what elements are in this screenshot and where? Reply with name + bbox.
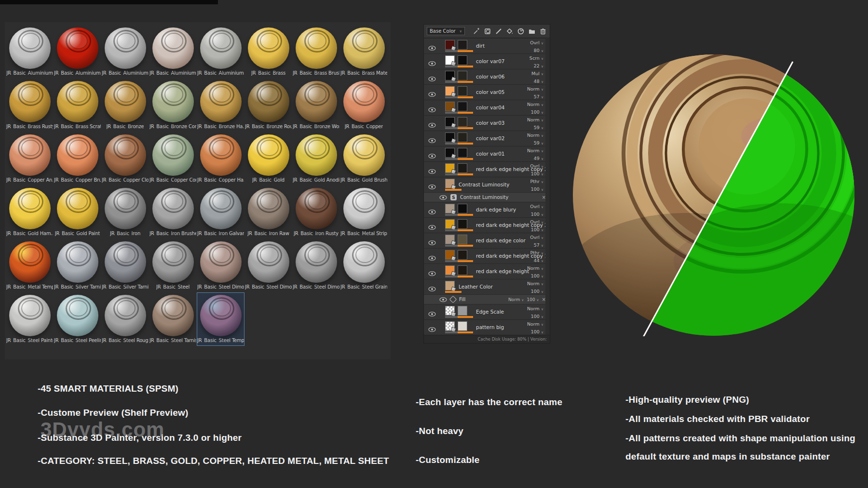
blend-mode-dropdown[interactable]: Ovrl∨ xyxy=(530,219,543,226)
visibility-eye-icon[interactable] xyxy=(428,325,436,334)
blend-mode-dropdown[interactable]: Ovrl∨ xyxy=(530,40,543,47)
blend-mode-dropdown[interactable]: Norm∨ xyxy=(527,86,543,93)
layer-effect-row[interactable]: FillNorm ∨100 ∨× xyxy=(424,294,550,304)
material-item[interactable]: JR_Basic_Copper Ha... xyxy=(197,132,244,185)
material-item[interactable]: JR_Basic_Bronze xyxy=(101,79,149,132)
layer-mask-thumbnail[interactable] xyxy=(458,117,467,127)
effect-blend-mode[interactable]: Norm ∨ xyxy=(508,297,524,302)
layer-content-thumbnail[interactable] xyxy=(445,179,455,188)
layer-mask-thumbnail[interactable] xyxy=(458,250,467,260)
visibility-eye-icon[interactable] xyxy=(428,238,436,247)
material-item[interactable]: JR_Basic_Aluminium ... xyxy=(101,25,149,79)
layer-content-thumbnail[interactable] xyxy=(445,71,455,80)
material-item[interactable]: JR_Basic_Aluminium ... xyxy=(197,25,244,79)
material-item[interactable]: JR_Basic_Iron Brushed xyxy=(149,185,197,239)
material-item[interactable]: JR_Basic_Brass Mate xyxy=(340,25,388,79)
layer-row[interactable]: color var04Norm∨100∨ xyxy=(424,100,550,115)
visibility-eye-icon[interactable] xyxy=(428,182,436,191)
material-item[interactable]: JR_Basic_Metal Temp... xyxy=(6,239,54,292)
layer-content-thumbnail[interactable] xyxy=(445,204,455,213)
visibility-eye-icon[interactable] xyxy=(439,193,447,202)
trash-icon[interactable] xyxy=(539,27,547,35)
blend-mode-dropdown[interactable]: Norm∨ xyxy=(527,265,543,273)
layer-row[interactable]: red dark edge heightNorm∨100∨ xyxy=(424,264,550,279)
layer-mask-thumbnail[interactable] xyxy=(458,163,467,173)
material-item[interactable]: JR_Basic_Aluminium xyxy=(6,25,54,79)
layer-row[interactable]: Leather ColorNorm∨100∨ xyxy=(424,279,550,294)
visibility-eye-icon[interactable] xyxy=(428,59,436,68)
material-item[interactable]: JR_Basic_Iron Galvani... xyxy=(197,185,244,239)
material-item[interactable]: JR_Basic_Steel Dimo... xyxy=(292,239,340,292)
material-item[interactable]: JR_Basic_Iron Rusty xyxy=(292,185,340,239)
material-item[interactable]: JR_Basic_Steel Tarnish xyxy=(149,292,197,346)
material-item[interactable]: JR_Basic_Steel Peelin... xyxy=(54,292,101,346)
material-item[interactable]: JR_Basic_Copper xyxy=(340,79,388,132)
visibility-eye-icon[interactable] xyxy=(428,309,436,318)
material-item[interactable]: JR_Basic_Aluminium ... xyxy=(149,25,197,79)
blend-mode-dropdown[interactable]: Pthr∨ xyxy=(530,178,543,186)
material-item[interactable]: JR_Basic_Silver Tarnis... xyxy=(101,239,149,292)
material-item[interactable]: JR_Basic_Silver Tarnis... xyxy=(54,239,101,292)
material-item[interactable]: JR_Basic_Steel Dimond xyxy=(197,239,244,292)
layer-content-thumbnail[interactable] xyxy=(445,306,455,316)
magic-wand-icon[interactable] xyxy=(472,27,480,35)
visibility-eye-icon[interactable] xyxy=(439,295,447,304)
layer-row[interactable]: color var02Norm∨59∨ xyxy=(424,131,550,146)
smudge-icon[interactable] xyxy=(516,27,525,35)
layer-content-thumbnail[interactable] xyxy=(445,40,455,50)
layer-row[interactable]: Contrast LuminosityPthr∨100∨ xyxy=(424,177,550,192)
visibility-eye-icon[interactable] xyxy=(428,223,436,232)
visibility-eye-icon[interactable] xyxy=(428,120,436,130)
material-item[interactable]: JR_Basic_Steel Dimo... xyxy=(244,239,292,292)
blend-mode-dropdown[interactable]: Ovrl∨ xyxy=(530,203,543,211)
layer-content-thumbnail[interactable] xyxy=(445,265,455,275)
instantiate-icon[interactable] xyxy=(483,27,491,35)
layer-row[interactable]: color var06Mul∨48∨ xyxy=(424,69,550,84)
material-item[interactable]: JR_Basic_Copper Cor... xyxy=(149,132,197,185)
layer-row[interactable]: color var05Norm∨57∨ xyxy=(424,84,550,100)
material-item[interactable]: JR_Basic_Gold Anodi... xyxy=(292,132,340,185)
material-item[interactable]: JR_Basic_Steel Grainy xyxy=(340,239,388,292)
material-item[interactable]: JR_Basic_Steel xyxy=(149,239,197,292)
material-item[interactable]: JR_Basic_Gold Brushed xyxy=(340,132,388,185)
layer-mask-thumbnail[interactable] xyxy=(458,102,467,111)
material-item[interactable]: JR_Basic_Steel Temp... xyxy=(197,292,244,346)
material-item[interactable]: JR_Basic_Gold xyxy=(244,132,292,185)
layer-content-thumbnail[interactable] xyxy=(445,132,455,142)
paint-brush-icon[interactable] xyxy=(494,27,502,35)
layer-row[interactable]: red dark edge height copy 2Ovrl∨100∨ xyxy=(424,161,550,177)
layers-scrollbar[interactable] xyxy=(545,38,550,335)
layer-mask-thumbnail[interactable] xyxy=(458,132,467,142)
layer-row[interactable]: color var07Scrn∨22∨ xyxy=(424,53,550,69)
layer-row[interactable]: Edge ScaleNorm∨100∨ xyxy=(424,304,550,319)
fill-bucket-icon[interactable] xyxy=(505,27,514,35)
blend-mode-dropdown[interactable]: Norm∨ xyxy=(527,321,543,329)
visibility-eye-icon[interactable] xyxy=(428,43,436,53)
layer-content-thumbnail[interactable] xyxy=(445,163,455,173)
blend-mode-dropdown[interactable]: Norm∨ xyxy=(527,147,543,155)
material-item[interactable]: JR_Basic_Steel Rough xyxy=(101,292,149,346)
layer-content-thumbnail[interactable] xyxy=(445,281,455,290)
layer-content-thumbnail[interactable] xyxy=(445,55,455,65)
layer-row[interactable]: color var01Norm∨49∨ xyxy=(424,146,550,161)
blend-mode-dropdown[interactable]: Norm∨ xyxy=(527,280,543,288)
visibility-eye-icon[interactable] xyxy=(428,105,436,114)
layer-effect-row[interactable]: SContrast Luminosity× xyxy=(424,192,550,202)
material-item[interactable]: JR_Basic_Copper Clo... xyxy=(101,132,149,185)
effect-opacity[interactable]: 100 ∨ xyxy=(527,297,539,302)
layer-row[interactable]: dark edge bluryOvrl∨100∨ xyxy=(424,202,550,217)
visibility-eye-icon[interactable] xyxy=(428,269,436,278)
visibility-eye-icon[interactable] xyxy=(428,74,436,83)
layer-mask-thumbnail[interactable] xyxy=(458,86,467,96)
blend-mode-dropdown[interactable]: Pthr∨ xyxy=(530,250,543,257)
channel-filter-dropdown[interactable]: Base Color ∨ xyxy=(427,27,465,35)
layer-content-thumbnail[interactable] xyxy=(445,117,455,127)
layer-content-thumbnail[interactable] xyxy=(445,321,455,331)
layer-mask-thumbnail[interactable] xyxy=(458,321,467,331)
visibility-eye-icon[interactable] xyxy=(428,284,436,293)
layer-mask-thumbnail[interactable] xyxy=(458,148,467,158)
opacity-dropdown[interactable]: 100∨ xyxy=(527,329,543,336)
material-item[interactable]: JR_Basic_Iron xyxy=(101,185,149,239)
layer-row[interactable]: red dark edge colorOvrl∨57∨ xyxy=(424,233,550,248)
material-item[interactable]: JR_Basic_Aluminium ... xyxy=(54,25,101,79)
